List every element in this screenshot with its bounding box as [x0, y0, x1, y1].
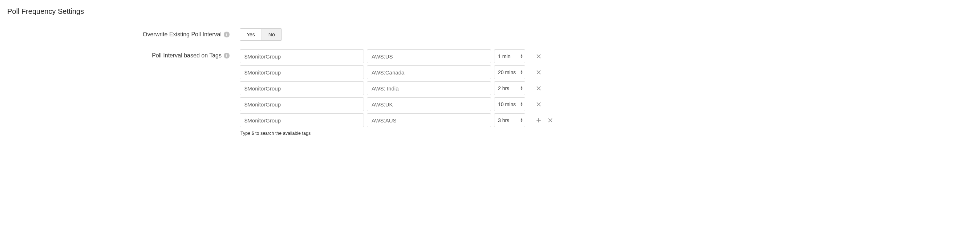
remove-row-button[interactable]	[535, 84, 542, 92]
close-icon	[535, 85, 542, 92]
tag-group-input[interactable]	[240, 81, 364, 95]
close-icon	[547, 117, 554, 124]
close-icon	[535, 69, 542, 76]
tags-label: Poll Interval based on Tags	[152, 53, 221, 59]
tags-help-text: Type $ to search the available tags	[240, 131, 973, 136]
row-actions	[535, 68, 542, 76]
interval-select-wrap: 10 mins▲▼	[494, 97, 525, 111]
tag-row: 1 min▲▼	[240, 49, 973, 63]
row-actions	[535, 53, 542, 60]
interval-select[interactable]: 2 hrs	[494, 81, 525, 95]
overwrite-no-button[interactable]: No	[261, 29, 282, 40]
info-icon[interactable]: i	[224, 53, 229, 59]
tag-value-input[interactable]	[367, 81, 491, 95]
overwrite-label: Overwrite Existing Poll Interval	[143, 31, 221, 38]
interval-select[interactable]: 20 mins	[494, 65, 525, 79]
tags-row: Poll Interval based on Tags i 1 min▲▼20 …	[7, 49, 973, 136]
tag-group-input[interactable]	[240, 49, 364, 63]
tag-row: 2 hrs▲▼	[240, 81, 973, 95]
section-title: Poll Frequency Settings	[7, 7, 973, 21]
interval-select-wrap: 1 min▲▼	[494, 49, 525, 63]
tag-value-input[interactable]	[367, 65, 491, 79]
close-icon	[535, 53, 542, 60]
interval-select[interactable]: 10 mins	[494, 97, 525, 111]
tag-group-input[interactable]	[240, 97, 364, 111]
tag-value-input[interactable]	[367, 113, 491, 127]
tag-group-input[interactable]	[240, 113, 364, 127]
interval-select-wrap: 20 mins▲▼	[494, 65, 525, 79]
interval-select-wrap: 3 hrs▲▼	[494, 113, 525, 127]
interval-select[interactable]: 1 min	[494, 49, 525, 63]
info-icon[interactable]: i	[224, 32, 229, 37]
tag-row: 20 mins▲▼	[240, 65, 973, 79]
row-actions	[535, 116, 554, 124]
tag-row: 10 mins▲▼	[240, 97, 973, 111]
add-row-button[interactable]	[535, 116, 542, 124]
tag-value-input[interactable]	[367, 49, 491, 63]
remove-row-button[interactable]	[535, 68, 542, 76]
remove-row-button[interactable]	[546, 116, 554, 124]
tag-value-input[interactable]	[367, 97, 491, 111]
plus-icon	[535, 117, 542, 124]
row-actions	[535, 100, 542, 108]
overwrite-row: Overwrite Existing Poll Interval i Yes N…	[7, 28, 973, 41]
remove-row-button[interactable]	[535, 100, 542, 108]
overwrite-toggle: Yes No	[240, 28, 282, 41]
tag-row: 3 hrs▲▼	[240, 113, 973, 127]
interval-select-wrap: 2 hrs▲▼	[494, 81, 525, 95]
close-icon	[535, 101, 542, 108]
interval-select[interactable]: 3 hrs	[494, 113, 525, 127]
tag-rows-container: 1 min▲▼20 mins▲▼2 hrs▲▼10 mins▲▼3 hrs▲▼	[240, 49, 973, 127]
overwrite-yes-button[interactable]: Yes	[240, 29, 261, 40]
row-actions	[535, 84, 542, 92]
remove-row-button[interactable]	[535, 53, 542, 60]
tag-group-input[interactable]	[240, 65, 364, 79]
